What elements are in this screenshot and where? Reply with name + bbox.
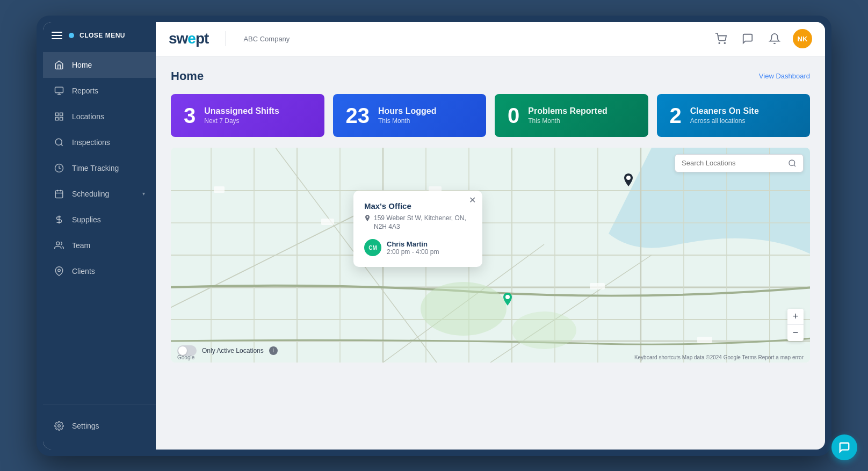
header-divider — [226, 31, 226, 46]
sidebar-item-supplies[interactable]: Supplies — [43, 207, 156, 233]
svg-point-18 — [719, 42, 720, 44]
svg-point-7 — [55, 139, 62, 145]
sidebar-item-clients[interactable]: Clients — [43, 258, 156, 284]
stat-info-unassigned: Unassigned Shifts Next 7 Days — [204, 106, 279, 125]
zoom-out-button[interactable]: − — [787, 325, 804, 341]
sidebar-item-reports[interactable]: Reports — [43, 78, 156, 104]
sidebar-item-team[interactable]: Team — [43, 233, 156, 258]
svg-point-53 — [512, 311, 576, 349]
team-icon — [54, 240, 64, 251]
sidebar-label-reports: Reports — [72, 86, 98, 95]
main-content: swept ABC Company — [156, 22, 825, 450]
stat-title-cleaners: Cleaners On Site — [690, 106, 759, 116]
notifications-button[interactable] — [766, 30, 783, 47]
app-container: CLOSE MENU Home — [43, 22, 825, 450]
page-title: Home — [171, 69, 204, 83]
clients-icon — [54, 266, 64, 277]
sidebar-item-time-tracking[interactable]: Time Tracking — [43, 155, 156, 181]
map-marker-1[interactable] — [622, 173, 635, 191]
view-dashboard-link[interactable]: View Dashboard — [759, 72, 810, 80]
map-attribution: Keyboard shortcuts Map data ©2024 Google… — [634, 354, 804, 360]
popup-address: 159 Weber St W, Kitchener, ON, N2H 4A3 — [374, 214, 472, 232]
popup-pin-icon — [364, 215, 371, 223]
sidebar-bottom: Settings — [43, 404, 156, 450]
app-header: swept ABC Company — [156, 22, 825, 56]
sidebar-nav: Home Reports — [43, 48, 156, 404]
svg-point-15 — [56, 242, 60, 245]
sidebar-item-home[interactable]: Home — [43, 52, 156, 78]
sidebar-label-locations: Locations — [72, 112, 104, 121]
sidebar-item-settings[interactable]: Settings — [43, 413, 156, 439]
svg-rect-6 — [60, 117, 63, 120]
sidebar: CLOSE MENU Home — [43, 22, 156, 450]
company-name: ABC Company — [243, 35, 290, 43]
menu-dot — [69, 33, 74, 38]
stat-title-problems: Problems Reported — [528, 106, 607, 116]
stat-number-unassigned: 3 — [184, 105, 196, 126]
svg-point-20 — [789, 160, 795, 166]
chat-button[interactable] — [739, 30, 756, 47]
supplies-icon — [54, 214, 64, 225]
header-icons: NK — [712, 29, 812, 48]
stat-card-cleaners[interactable]: 2 Cleaners On Site Across all locations — [657, 94, 811, 137]
google-logo: Google — [177, 354, 194, 360]
info-badge[interactable]: i — [269, 346, 278, 355]
time-tracking-icon — [54, 163, 64, 173]
sidebar-item-inspections[interactable]: Inspections — [43, 129, 156, 155]
popup-cleaner-info: Chris Martin 2:00 pm - 4:00 pm — [387, 240, 439, 256]
svg-rect-4 — [60, 113, 63, 115]
sidebar-item-locations[interactable]: Locations — [43, 104, 156, 129]
sidebar-label-inspections: Inspections — [72, 138, 110, 147]
map-popup-close-button[interactable]: ✕ — [469, 196, 476, 205]
map-zoom-controls: + − — [787, 309, 804, 341]
settings-icon — [54, 421, 64, 431]
svg-line-21 — [794, 165, 795, 166]
svg-rect-0 — [55, 87, 63, 93]
sidebar-label-home: Home — [72, 61, 92, 69]
close-menu-button[interactable]: CLOSE MENU — [43, 22, 156, 48]
svg-rect-51 — [697, 337, 712, 343]
toggle-knob — [178, 346, 187, 355]
stats-grid: 3 Unassigned Shifts Next 7 Days 23 Hours… — [171, 94, 810, 137]
app-name: swept — [169, 30, 208, 47]
stat-card-hours-logged[interactable]: 23 Hours Logged This Month — [333, 94, 487, 137]
popup-cleaner-row: CM Chris Martin 2:00 pm - 4:00 pm — [364, 239, 472, 256]
stat-info-hours: Hours Logged This Month — [378, 106, 436, 125]
stat-subtitle-cleaners: Across all locations — [690, 117, 759, 125]
sidebar-label-scheduling: Scheduling — [72, 190, 109, 198]
svg-point-16 — [58, 269, 61, 272]
svg-rect-47 — [214, 186, 225, 193]
stat-subtitle-problems: This Month — [528, 117, 607, 125]
sidebar-label-supplies: Supplies — [72, 215, 101, 224]
sidebar-item-scheduling[interactable]: Scheduling ▾ — [43, 181, 156, 207]
zoom-in-button[interactable]: + — [787, 309, 804, 325]
stat-number-hours: 23 — [346, 105, 370, 126]
stat-title-hours: Hours Logged — [378, 106, 436, 116]
scheduling-chevron-icon: ▾ — [142, 191, 145, 197]
map-search-icon — [788, 159, 797, 168]
stat-card-unassigned-shifts[interactable]: 3 Unassigned Shifts Next 7 Days — [171, 94, 324, 137]
svg-point-19 — [724, 42, 725, 44]
svg-rect-3 — [55, 113, 58, 115]
stat-info-problems: Problems Reported This Month — [528, 106, 607, 125]
stat-number-problems: 0 — [508, 105, 519, 126]
cart-button[interactable] — [712, 30, 729, 47]
stat-info-cleaners: Cleaners On Site Across all locations — [690, 106, 759, 125]
stat-card-problems[interactable]: 0 Problems Reported This Month — [495, 94, 648, 137]
locations-icon — [54, 111, 64, 122]
stat-number-cleaners: 2 — [670, 105, 682, 126]
page-header: Home View Dashboard — [171, 69, 810, 83]
active-locations-label: Only Active Locations — [202, 347, 264, 354]
scheduling-icon — [54, 189, 64, 199]
svg-rect-10 — [55, 191, 63, 198]
header-logo: swept ABC Company — [169, 30, 290, 47]
map-background[interactable]: ✕ Max's Office 159 Weber St W, Kitchener… — [171, 148, 810, 363]
map-popup: ✕ Max's Office 159 Weber St W, Kitchener… — [353, 191, 482, 267]
stat-subtitle-hours: This Month — [378, 117, 436, 125]
sidebar-label-settings: Settings — [72, 422, 99, 430]
svg-point-17 — [58, 424, 61, 427]
map-marker-3[interactable] — [501, 293, 514, 310]
map-search-input[interactable] — [682, 159, 784, 167]
user-avatar[interactable]: NK — [793, 29, 812, 48]
svg-rect-48 — [321, 219, 334, 225]
